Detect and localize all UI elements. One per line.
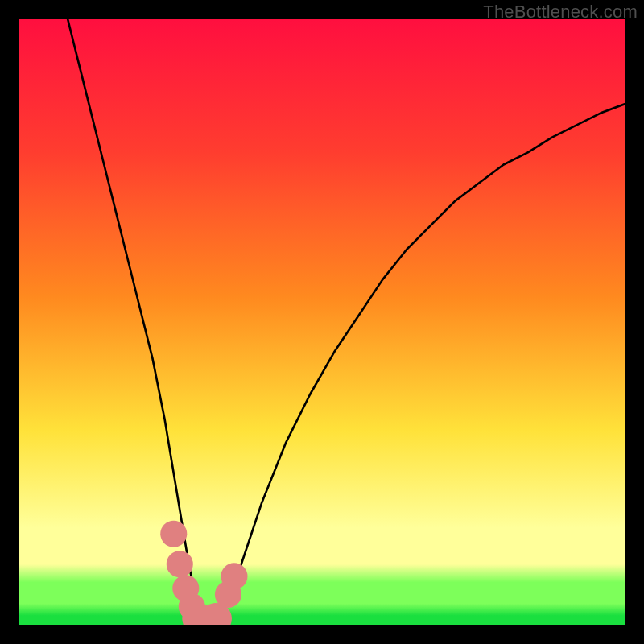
bottleneck-curve bbox=[19, 19, 625, 625]
curve-marker bbox=[160, 521, 187, 547]
outer-frame: TheBottleneck.com bbox=[0, 0, 644, 644]
curve-marker bbox=[167, 551, 193, 577]
curve-marker bbox=[221, 563, 247, 589]
plot-area bbox=[19, 19, 625, 625]
